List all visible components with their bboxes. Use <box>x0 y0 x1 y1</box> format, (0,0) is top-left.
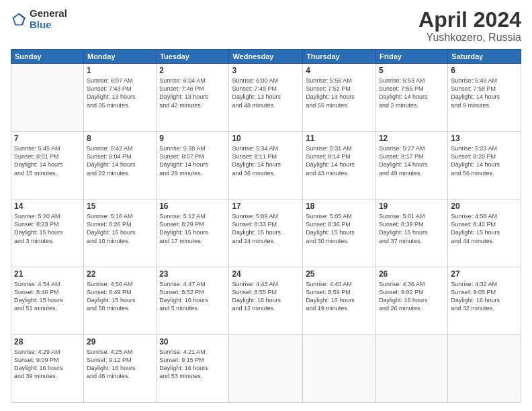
day-info: Sunrise: 5:49 AM Sunset: 7:58 PM Dayligh… <box>451 77 518 109</box>
day-number: 26 <box>379 269 445 279</box>
day-info: Sunrise: 4:25 AM Sunset: 9:12 PM Dayligh… <box>87 348 153 381</box>
day-number: 11 <box>306 134 373 143</box>
day-info: Sunrise: 5:12 AM Sunset: 8:29 PM Dayligh… <box>159 212 226 245</box>
day-info: Sunrise: 5:20 AM Sunset: 8:23 PM Dayligh… <box>14 212 81 245</box>
day-number: 7 <box>14 134 81 143</box>
day-info: Sunrise: 5:34 AM Sunset: 8:11 PM Dayligh… <box>232 144 300 177</box>
calendar-table: Sunday Monday Tuesday Wednesday Thursday… <box>11 49 521 403</box>
calendar-cell <box>448 335 521 403</box>
calendar-cell: 25Sunrise: 4:40 AM Sunset: 8:59 PM Dayli… <box>303 267 376 335</box>
day-info: Sunrise: 4:43 AM Sunset: 8:55 PM Dayligh… <box>232 280 300 313</box>
title-month: April 2024 <box>418 8 521 32</box>
day-number: 20 <box>451 201 518 211</box>
header-wednesday: Wednesday <box>229 50 303 64</box>
day-number: 17 <box>232 201 300 211</box>
calendar-cell: 20Sunrise: 4:58 AM Sunset: 8:42 PM Dayli… <box>448 199 521 267</box>
header-tuesday: Tuesday <box>157 50 229 64</box>
day-number: 14 <box>14 201 81 211</box>
day-number: 15 <box>87 201 153 211</box>
weekday-header-row: Sunday Monday Tuesday Wednesday Thursday… <box>11 50 521 64</box>
day-number: 9 <box>159 134 226 143</box>
day-info: Sunrise: 5:45 AM Sunset: 8:01 PM Dayligh… <box>14 144 81 177</box>
day-info: Sunrise: 4:47 AM Sunset: 8:52 PM Dayligh… <box>159 280 226 313</box>
calendar-cell: 14Sunrise: 5:20 AM Sunset: 8:23 PM Dayli… <box>11 199 84 267</box>
calendar-cell: 28Sunrise: 4:29 AM Sunset: 9:09 PM Dayli… <box>11 335 84 403</box>
day-number: 1 <box>87 66 153 75</box>
day-info: Sunrise: 4:50 AM Sunset: 8:49 PM Dayligh… <box>87 280 153 313</box>
day-number: 12 <box>379 134 445 143</box>
calendar-cell: 24Sunrise: 4:43 AM Sunset: 8:55 PM Dayli… <box>229 267 303 335</box>
calendar-cell: 23Sunrise: 4:47 AM Sunset: 8:52 PM Dayli… <box>157 267 229 335</box>
header-sunday: Sunday <box>11 50 84 64</box>
day-info: Sunrise: 4:54 AM Sunset: 8:46 PM Dayligh… <box>14 280 81 313</box>
day-number: 16 <box>159 201 226 211</box>
calendar-cell: 21Sunrise: 4:54 AM Sunset: 8:46 PM Dayli… <box>11 267 84 335</box>
day-info: Sunrise: 5:56 AM Sunset: 7:52 PM Dayligh… <box>306 77 373 109</box>
day-info: Sunrise: 6:04 AM Sunset: 7:46 PM Dayligh… <box>159 77 226 109</box>
day-number: 21 <box>14 269 81 279</box>
day-info: Sunrise: 6:00 AM Sunset: 7:49 PM Dayligh… <box>232 77 300 109</box>
day-number: 4 <box>306 66 373 75</box>
logo-general: General <box>30 8 67 19</box>
day-number: 13 <box>451 134 518 143</box>
logo: General Blue <box>11 8 67 30</box>
day-number: 24 <box>232 269 300 279</box>
calendar-cell: 5Sunrise: 5:53 AM Sunset: 7:55 PM Daylig… <box>375 64 447 132</box>
calendar-cell: 16Sunrise: 5:12 AM Sunset: 8:29 PM Dayli… <box>157 199 229 267</box>
calendar-cell: 3Sunrise: 6:00 AM Sunset: 7:49 PM Daylig… <box>229 64 303 132</box>
day-number: 30 <box>159 337 226 347</box>
calendar-cell: 22Sunrise: 4:50 AM Sunset: 8:49 PM Dayli… <box>83 267 156 335</box>
day-number: 19 <box>379 201 445 211</box>
day-info: Sunrise: 4:40 AM Sunset: 8:59 PM Dayligh… <box>306 280 373 313</box>
calendar-cell: 10Sunrise: 5:34 AM Sunset: 8:11 PM Dayli… <box>229 132 303 199</box>
calendar-cell: 6Sunrise: 5:49 AM Sunset: 7:58 PM Daylig… <box>448 64 521 132</box>
day-number: 29 <box>87 337 153 347</box>
calendar-week-2: 14Sunrise: 5:20 AM Sunset: 8:23 PM Dayli… <box>11 199 521 267</box>
day-number: 25 <box>306 269 373 279</box>
calendar-week-0: 1Sunrise: 6:07 AM Sunset: 7:43 PM Daylig… <box>11 64 521 132</box>
calendar-week-3: 21Sunrise: 4:54 AM Sunset: 8:46 PM Dayli… <box>11 267 521 335</box>
day-info: Sunrise: 5:42 AM Sunset: 8:04 PM Dayligh… <box>87 144 153 177</box>
calendar-cell: 9Sunrise: 5:38 AM Sunset: 8:07 PM Daylig… <box>157 132 229 199</box>
day-info: Sunrise: 5:23 AM Sunset: 8:20 PM Dayligh… <box>451 144 518 177</box>
day-info: Sunrise: 5:09 AM Sunset: 8:33 PM Dayligh… <box>232 212 300 245</box>
calendar-cell <box>303 335 376 403</box>
header-thursday: Thursday <box>303 50 376 64</box>
calendar-cell: 15Sunrise: 5:16 AM Sunset: 8:26 PM Dayli… <box>83 199 156 267</box>
day-number: 2 <box>159 66 226 75</box>
day-info: Sunrise: 5:31 AM Sunset: 8:14 PM Dayligh… <box>306 144 373 177</box>
day-info: Sunrise: 5:53 AM Sunset: 7:55 PM Dayligh… <box>379 77 445 109</box>
day-number: 10 <box>232 134 300 143</box>
day-info: Sunrise: 4:21 AM Sunset: 9:15 PM Dayligh… <box>159 348 226 381</box>
day-number: 27 <box>451 269 518 279</box>
day-info: Sunrise: 5:27 AM Sunset: 8:17 PM Dayligh… <box>379 144 445 177</box>
day-number: 3 <box>232 66 300 75</box>
day-info: Sunrise: 6:07 AM Sunset: 7:43 PM Dayligh… <box>87 77 153 109</box>
header-saturday: Saturday <box>448 50 521 64</box>
title-location: Yushkozero, Russia <box>418 32 521 44</box>
page: General Blue April 2024 Yushkozero, Russ… <box>0 0 532 411</box>
calendar-cell: 30Sunrise: 4:21 AM Sunset: 9:15 PM Dayli… <box>157 335 229 403</box>
calendar-cell <box>375 335 447 403</box>
day-number: 8 <box>87 134 153 143</box>
header-friday: Friday <box>375 50 447 64</box>
calendar-cell: 4Sunrise: 5:56 AM Sunset: 7:52 PM Daylig… <box>303 64 376 132</box>
calendar-cell: 1Sunrise: 6:07 AM Sunset: 7:43 PM Daylig… <box>83 64 156 132</box>
calendar-cell: 17Sunrise: 5:09 AM Sunset: 8:33 PM Dayli… <box>229 199 303 267</box>
calendar-cell: 19Sunrise: 5:01 AM Sunset: 8:39 PM Dayli… <box>375 199 447 267</box>
day-info: Sunrise: 4:29 AM Sunset: 9:09 PM Dayligh… <box>14 348 81 381</box>
day-number: 22 <box>87 269 153 279</box>
day-number: 6 <box>451 66 518 75</box>
logo-blue: Blue <box>30 19 67 31</box>
logo-icon <box>11 11 27 28</box>
day-info: Sunrise: 5:38 AM Sunset: 8:07 PM Dayligh… <box>159 144 226 177</box>
calendar-cell <box>229 335 303 403</box>
calendar-cell: 26Sunrise: 4:36 AM Sunset: 9:02 PM Dayli… <box>375 267 447 335</box>
calendar-cell: 12Sunrise: 5:27 AM Sunset: 8:17 PM Dayli… <box>375 132 447 199</box>
calendar-cell: 13Sunrise: 5:23 AM Sunset: 8:20 PM Dayli… <box>448 132 521 199</box>
calendar-cell: 7Sunrise: 5:45 AM Sunset: 8:01 PM Daylig… <box>11 132 84 199</box>
day-number: 5 <box>379 66 445 75</box>
day-info: Sunrise: 4:32 AM Sunset: 9:05 PM Dayligh… <box>451 280 518 313</box>
calendar-week-1: 7Sunrise: 5:45 AM Sunset: 8:01 PM Daylig… <box>11 132 521 199</box>
logo-text: General Blue <box>30 8 67 30</box>
